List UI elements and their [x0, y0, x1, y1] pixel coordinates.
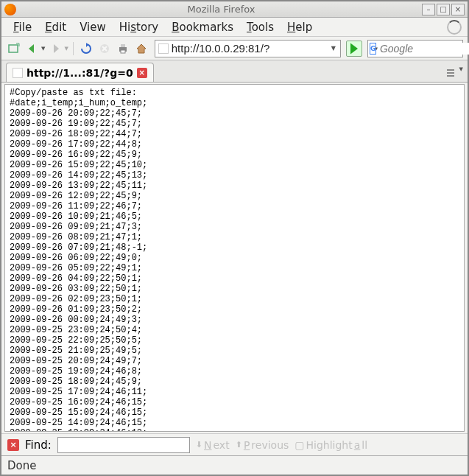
svg-rect-3 — [121, 44, 125, 47]
url-dropdown[interactable]: ▼ — [330, 45, 337, 52]
menu-tools[interactable]: Tools — [241, 18, 280, 36]
menu-edit[interactable]: Edit — [39, 18, 72, 36]
find-highlight-button[interactable]: ▢Highlight all — [295, 439, 367, 451]
search-input[interactable] — [378, 43, 469, 55]
window-title: Mozilla Firefox — [21, 4, 422, 15]
go-button[interactable] — [346, 41, 362, 57]
throbber-icon — [447, 20, 462, 35]
new-tab-button[interactable] — [6, 41, 22, 57]
forward-button — [47, 41, 63, 57]
find-next-button[interactable]: ⬇Next — [196, 439, 230, 451]
maximize-button[interactable]: □ — [437, 4, 450, 15]
svg-rect-8 — [447, 75, 454, 77]
find-previous-button[interactable]: ⬆Previous — [236, 439, 289, 451]
menu-file[interactable]: File — [7, 18, 38, 36]
tab-title: http://1...:81/?g=0 — [27, 67, 133, 79]
reload-button[interactable] — [78, 41, 94, 57]
findbar: × Find: ⬇Next ⬆Previous ▢Highlight all — [1, 433, 468, 455]
find-input[interactable] — [57, 437, 190, 453]
back-button[interactable] — [24, 41, 40, 57]
menu-history[interactable]: History — [113, 18, 164, 36]
tabbar: http://1...:81/?g=0 × ▼ — [1, 60, 468, 83]
tab-close-button[interactable]: × — [137, 68, 147, 78]
toolbar: ▼ ▼ ▼ G ▾ — [1, 37, 468, 60]
statusbar: Done — [1, 455, 468, 475]
svg-rect-7 — [447, 72, 454, 74]
menu-help[interactable]: Help — [281, 18, 318, 36]
url-bar[interactable]: ▼ — [155, 40, 341, 57]
firefox-icon — [4, 4, 16, 15]
page-content[interactable]: #Copy/paste as txt file: #date;i_temp;i_… — [4, 84, 465, 432]
url-input[interactable] — [172, 42, 330, 55]
findbar-close-button[interactable]: × — [7, 439, 19, 451]
svg-rect-4 — [121, 50, 125, 53]
window-controls: – □ × — [422, 4, 465, 15]
titlebar: Mozilla Firefox – □ × — [1, 1, 468, 18]
browser-window: Mozilla Firefox – □ × File Edit View His… — [0, 0, 469, 476]
back-history-dropdown[interactable]: ▼ — [41, 46, 45, 52]
menubar: File Edit View History Bookmarks Tools H… — [1, 18, 468, 37]
home-button[interactable] — [133, 41, 149, 57]
tab-list-button[interactable] — [445, 66, 458, 80]
minimize-button[interactable]: – — [422, 4, 435, 15]
find-label: Find: — [25, 438, 52, 452]
tab-page-icon — [13, 68, 23, 78]
tab-dropdown[interactable]: ▼ — [459, 66, 463, 80]
svg-rect-0 — [9, 45, 18, 52]
svg-rect-6 — [447, 69, 454, 71]
separator — [73, 42, 74, 55]
forward-history-dropdown: ▼ — [64, 46, 68, 52]
print-button[interactable] — [115, 41, 131, 57]
stop-button — [96, 41, 113, 57]
menu-bookmarks[interactable]: Bookmarks — [166, 18, 239, 36]
page-icon — [158, 43, 169, 54]
search-bar[interactable]: G ▾ — [367, 40, 463, 57]
menu-view[interactable]: View — [74, 18, 112, 36]
close-button[interactable]: × — [451, 4, 465, 15]
status-text: Done — [7, 459, 36, 472]
tab-active[interactable]: http://1...:81/?g=0 × — [6, 63, 154, 82]
